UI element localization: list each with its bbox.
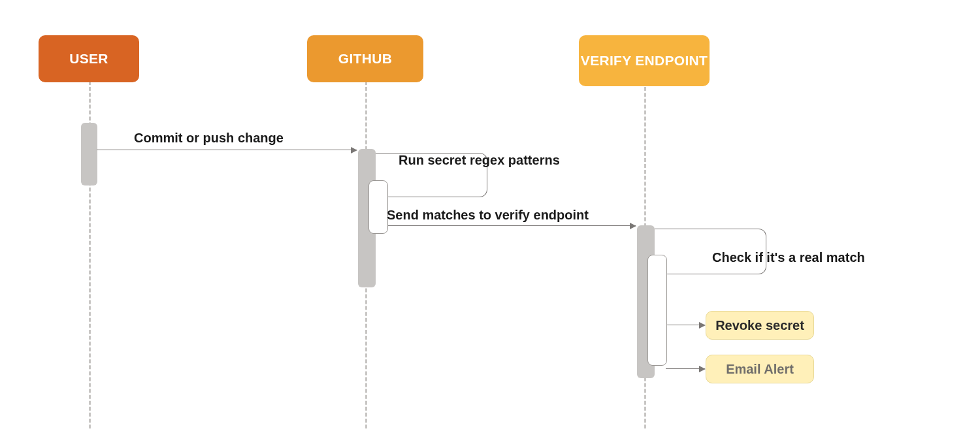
activation-user bbox=[81, 123, 97, 185]
action-revoke-secret: Revoke secret bbox=[706, 311, 814, 340]
msg-send-label: Send matches to verify endpoint bbox=[387, 208, 589, 223]
action-email-alert: Email Alert bbox=[706, 355, 814, 383]
msg-send-arrow bbox=[376, 225, 636, 226]
msg-regex-label: Run secret regex patterns bbox=[399, 153, 560, 168]
participant-user: USER bbox=[39, 35, 139, 82]
participant-verify-endpoint: VERIFY ENDPOINT bbox=[579, 35, 710, 86]
msg-commit-label: Commit or push change bbox=[134, 131, 284, 146]
arrow-revoke bbox=[666, 325, 705, 325]
msg-check-label: Check if it's a real match bbox=[712, 250, 865, 265]
exec-github bbox=[368, 180, 388, 234]
participant-github: GITHUB bbox=[307, 35, 423, 82]
sequence-diagram: USER GITHUB VERIFY ENDPOINT Commit or pu… bbox=[0, 0, 980, 435]
msg-commit-arrow bbox=[97, 150, 357, 150]
exec-verify bbox=[647, 255, 667, 366]
arrow-email-alert bbox=[666, 368, 705, 369]
